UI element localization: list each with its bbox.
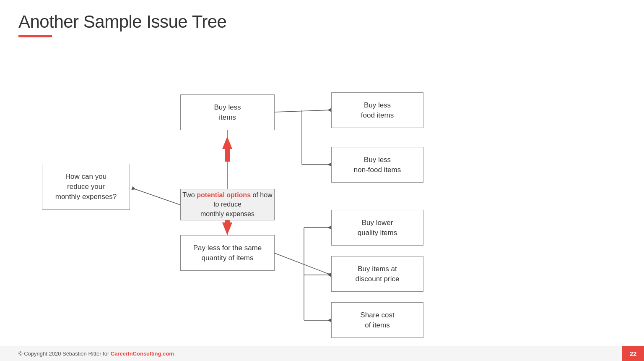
title-underline — [18, 35, 52, 37]
root-box: How can you reduce your monthly expenses… — [42, 164, 130, 210]
svg-line-6 — [275, 253, 331, 275]
box-buy-less-nonfood: Buy less non-food items — [331, 147, 423, 183]
page-number: 22 — [622, 346, 644, 361]
svg-rect-13 — [225, 149, 230, 162]
page-header: Another Sample Issue Tree — [18, 12, 226, 37]
r3-text: Buy lower quality items — [358, 218, 397, 238]
page-title: Another Sample Issue Tree — [18, 12, 226, 32]
box-buy-at-discount: Buy items at discount price — [331, 256, 423, 292]
center-highlighted-text: Two potential options of how to reduce m… — [181, 191, 274, 219]
r4-text: Buy items at discount price — [356, 264, 400, 284]
center-highlighted-box: Two potential options of how to reduce m… — [180, 189, 275, 220]
diagram-container: How can you reduce your monthly expenses… — [0, 50, 644, 346]
footer-copyright: © Copyright 2020 Sébastien Ritter for Ca… — [18, 351, 174, 357]
page-footer: © Copyright 2020 Sébastien Ritter for Ca… — [0, 346, 644, 361]
svg-line-3 — [275, 110, 331, 112]
root-box-text: How can you reduce your monthly expenses… — [55, 172, 117, 201]
svg-marker-14 — [222, 222, 232, 235]
box-buy-less-food: Buy less food items — [331, 92, 423, 128]
r5-text: Share cost of items — [360, 310, 394, 330]
svg-marker-12 — [222, 136, 232, 149]
r2-text: Buy less non-food items — [354, 155, 401, 175]
footer-link: CareerInConsulting.com — [111, 351, 174, 357]
box-share-cost: Share cost of items — [331, 302, 423, 338]
svg-line-0 — [132, 188, 180, 205]
pay-less-box: Pay less for the same quantity of items — [180, 235, 275, 271]
buy-less-items-box: Buy less items — [180, 94, 275, 130]
r1-text: Buy less food items — [361, 100, 394, 120]
pay-less-text: Pay less for the same quantity of items — [193, 243, 262, 263]
box-buy-lower-quality: Buy lower quality items — [331, 210, 423, 246]
buy-less-items-text: Buy less items — [214, 102, 241, 123]
